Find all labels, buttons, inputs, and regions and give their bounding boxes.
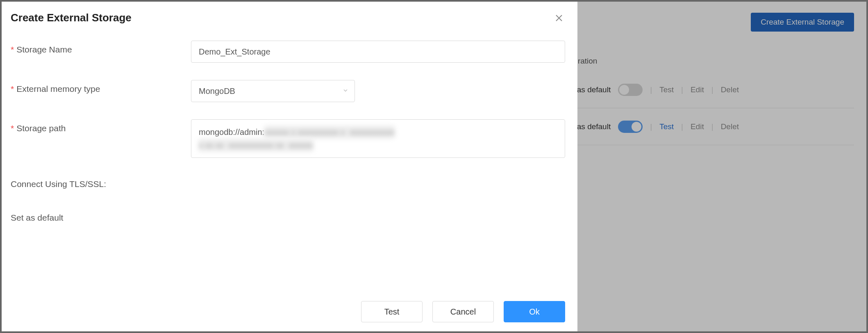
modal-footer: Test Cancel Ok (2, 293, 577, 331)
ok-button[interactable]: Ok (504, 301, 565, 322)
storage-path-input[interactable]: mongodb://admin:xxxxxx x xxxxxxxxxx x xx… (191, 119, 565, 158)
form-row-tls: Connect Using TLS/SSL: (11, 175, 565, 189)
form-row-set-default: Set as default (11, 209, 565, 223)
test-button[interactable]: Test (361, 301, 423, 322)
toggle-knob (192, 179, 202, 189)
redacted-text: x xx xx xxxxxxxxxxx xx xxxxxx (199, 139, 313, 152)
select-value: MongoDB (199, 87, 235, 96)
cancel-button[interactable]: Cancel (432, 301, 494, 322)
form-row-storage-name: * Storage Name (11, 41, 565, 63)
form-row-memory-type: * External memory type MongoDB (11, 80, 565, 102)
create-external-storage-modal: Create External Storage * Storage Name *… (2, 2, 577, 331)
close-icon[interactable] (553, 12, 565, 24)
required-marker: * (11, 123, 14, 133)
external-memory-type-select[interactable]: MongoDB (191, 80, 355, 102)
modal-body: * Storage Name * External memory type Mo… (2, 28, 577, 293)
label-memory-type: * External memory type (11, 80, 191, 94)
label-storage-name: * Storage Name (11, 41, 191, 55)
modal-header: Create External Storage (2, 2, 577, 28)
toggle-knob (192, 212, 202, 222)
modal-title: Create External Storage (11, 11, 132, 24)
form-row-storage-path: * Storage path mongodb://admin:xxxxxx x … (11, 119, 565, 158)
storage-name-input[interactable] (191, 41, 565, 63)
label-tls: Connect Using TLS/SSL: (11, 175, 191, 189)
label-storage-path: * Storage path (11, 119, 191, 133)
required-marker: * (11, 45, 14, 55)
chevron-down-icon (342, 87, 349, 96)
storage-path-prefix: mongodb://admin: (199, 128, 264, 137)
redacted-text: xxxxxx x xxxxxxxxxx x xxxxxxxxxxx (264, 125, 395, 139)
label-set-default: Set as default (11, 209, 191, 223)
required-marker: * (11, 84, 14, 94)
